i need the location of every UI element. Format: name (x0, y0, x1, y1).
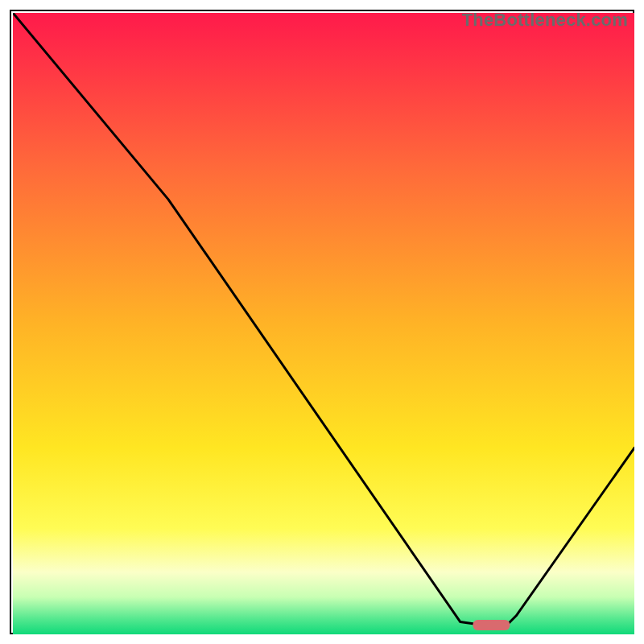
chart-svg (13, 13, 634, 634)
plot-area (13, 13, 631, 631)
optimum-marker (473, 620, 510, 630)
watermark-text: TheBottleneck.com (462, 10, 628, 31)
chart-frame: TheBottleneck.com (10, 10, 634, 634)
gradient-background (13, 13, 634, 634)
